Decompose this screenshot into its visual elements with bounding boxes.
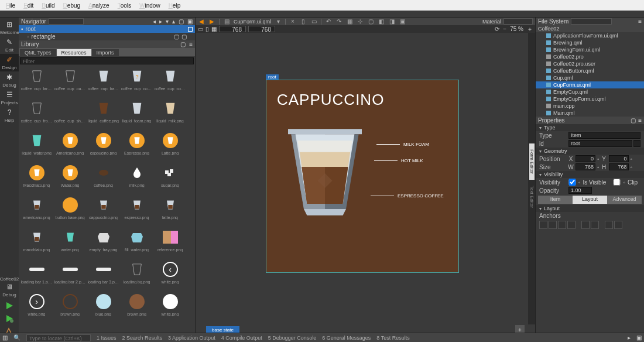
undo-icon[interactable]: ↶ xyxy=(325,18,332,25)
bound-icon[interactable]: ▢ xyxy=(367,18,374,25)
resource-item[interactable]: coffee_cup_back.png xyxy=(87,67,119,99)
file-item[interactable]: Brewing.qml xyxy=(536,39,644,46)
menu-window[interactable]: Window xyxy=(136,2,164,9)
anchor-center[interactable] xyxy=(614,221,622,229)
resource-item[interactable]: liquid_coffee.png xyxy=(87,99,119,131)
mode-projects[interactable]: ☰Projects xyxy=(0,89,19,107)
resource-item[interactable]: reference.png xyxy=(154,228,186,260)
navigator-combo[interactable] xyxy=(49,18,84,25)
nav-arrow-down-icon[interactable]: ▾ xyxy=(166,18,169,25)
tab-form-editor[interactable]: Form Editor xyxy=(529,143,535,180)
id-extra-button[interactable] xyxy=(633,140,640,147)
output-pane[interactable]: 8 Test Results xyxy=(376,335,409,341)
design-canvas[interactable]: root CAPPUCCINO MILK xyxy=(196,33,535,338)
menu-edit[interactable]: Edit xyxy=(20,2,37,9)
type-field[interactable]: Item xyxy=(568,132,640,139)
resource-item[interactable]: coffee_cup_outline.p... xyxy=(54,67,86,99)
file-dropdown-icon[interactable]: ▾ xyxy=(275,18,282,25)
run-button[interactable] xyxy=(5,301,14,310)
style-combo[interactable] xyxy=(503,18,533,25)
refresh-icon[interactable]: ⟳ xyxy=(495,26,499,32)
height-field[interactable]: 768 xyxy=(248,26,275,32)
nav-arrow-right-icon[interactable]: ▸ xyxy=(159,18,162,25)
resource-item[interactable]: ‹white.png xyxy=(154,260,186,292)
section-type[interactable]: Type xyxy=(536,124,644,131)
anchor-tool-icon[interactable]: ⊹ xyxy=(357,18,364,25)
size-w-field[interactable]: 768 xyxy=(576,163,595,170)
sidebar-toggle-icon[interactable]: ▥ xyxy=(2,334,8,341)
file-item[interactable]: CupForm.ui.qml xyxy=(536,81,644,88)
nav-arrow-left-icon[interactable]: ◂ xyxy=(153,18,156,25)
resource-item[interactable]: coffee_cup_shadow.... xyxy=(54,99,86,131)
nav-arrow-up-icon[interactable]: ▴ xyxy=(172,18,175,25)
debug-run-button[interactable] xyxy=(5,314,14,323)
resource-item[interactable]: sugar.png xyxy=(154,163,186,196)
resource-item[interactable]: white.png xyxy=(154,292,186,324)
output-pane[interactable]: 5 Debugger Console xyxy=(268,335,317,341)
lib-menu-icon[interactable]: ≡ xyxy=(189,41,193,47)
resource-item[interactable]: brown.png xyxy=(54,292,86,324)
nav-box1-icon[interactable]: ▢ xyxy=(179,18,184,25)
menu-tools[interactable]: Tools xyxy=(114,2,135,9)
width-field[interactable]: 768 xyxy=(219,26,246,32)
clip-checkbox[interactable] xyxy=(613,179,621,186)
anchor-top[interactable] xyxy=(539,221,547,229)
anchor-fill[interactable] xyxy=(581,221,590,229)
library-filter[interactable] xyxy=(20,57,194,64)
snap-icon[interactable]: ▦ xyxy=(346,18,353,25)
filter-input[interactable] xyxy=(20,59,193,64)
mode-help[interactable]: ?Help xyxy=(0,107,19,124)
split-h-icon[interactable]: ▯ xyxy=(300,18,307,25)
resource-item[interactable]: water.png xyxy=(54,228,86,260)
mode-welcome[interactable]: ⊞Welcome xyxy=(0,19,19,36)
fwd-icon[interactable]: ▶ xyxy=(208,18,215,25)
mode-edit[interactable]: ✎Edit xyxy=(0,36,19,54)
resource-item[interactable]: espresso.png xyxy=(121,196,153,228)
menu-file[interactable]: File xyxy=(2,2,19,9)
inspector-tab-layout[interactable]: Layout xyxy=(573,196,607,204)
locator-input[interactable] xyxy=(27,336,90,341)
project-root[interactable]: Coffee02 xyxy=(536,25,644,32)
anchor-right[interactable] xyxy=(567,221,576,229)
is-visible-checkbox[interactable] xyxy=(568,179,576,186)
misc3-icon[interactable]: ▣ xyxy=(399,18,406,25)
id-field[interactable]: root xyxy=(568,140,632,147)
resource-item[interactable]: Latte.png xyxy=(154,131,186,163)
resource-item[interactable]: Espresso.png xyxy=(121,131,153,163)
resource-item[interactable]: Macchiato.png xyxy=(20,163,53,196)
prop-menu-icon[interactable]: ≡ xyxy=(638,117,642,124)
menu-analyze[interactable]: Analyze xyxy=(85,2,113,9)
resource-item[interactable]: coffee.png xyxy=(87,163,119,196)
inspector-tab-advanced[interactable]: Advanced xyxy=(607,196,642,204)
resource-item[interactable]: liquid_milk.png xyxy=(154,99,186,131)
anchor-bottom[interactable] xyxy=(549,221,557,229)
resource-item[interactable]: ?coffee_cup_coverplat... xyxy=(121,67,153,99)
fs-combo[interactable] xyxy=(571,18,612,25)
file-item[interactable]: main.cpp xyxy=(536,102,644,110)
nav-box2-icon[interactable]: ▣ xyxy=(187,18,193,25)
zoom-in-icon[interactable]: ＋ xyxy=(527,25,533,33)
prop-add-icon[interactable]: ▢ xyxy=(631,117,636,124)
orient-icon[interactable]: ▯ xyxy=(205,26,209,32)
resource-item[interactable]: loading bar 1.png xyxy=(20,260,53,292)
opacity-field[interactable]: 1.00 xyxy=(568,187,592,194)
resource-item[interactable]: americano.png xyxy=(20,196,53,228)
resource-item[interactable]: Americano.png xyxy=(54,131,86,163)
open-file-name[interactable]: CupForm.ui.qml xyxy=(234,19,271,25)
resource-item[interactable]: button base.png xyxy=(54,196,86,228)
visibility-icon[interactable]: ▢ xyxy=(181,33,187,40)
library-tab-resources[interactable]: Resources xyxy=(57,49,91,56)
resource-item[interactable]: latte.png xyxy=(154,196,186,228)
file-item[interactable]: Coffee02.pro.user xyxy=(536,60,644,67)
section-visibility[interactable]: Visibility xyxy=(536,171,644,178)
resource-item[interactable]: empty_tray.png xyxy=(87,228,119,260)
resource-item[interactable]: coffee_cup_coverplat... xyxy=(154,67,186,99)
resource-item[interactable]: Water.png xyxy=(54,163,86,196)
pos-y-field[interactable]: 0 xyxy=(609,155,629,162)
artboard-root[interactable]: root CAPPUCCINO MILK xyxy=(266,80,459,273)
size-h-field[interactable]: 768 xyxy=(609,163,629,170)
resource-item[interactable]: fill_water.png xyxy=(121,228,153,260)
anchor-vcenter[interactable] xyxy=(591,221,599,229)
output-pane[interactable]: 4 Compile Output xyxy=(221,335,262,341)
zoom-out-icon[interactable]: − xyxy=(503,26,506,32)
